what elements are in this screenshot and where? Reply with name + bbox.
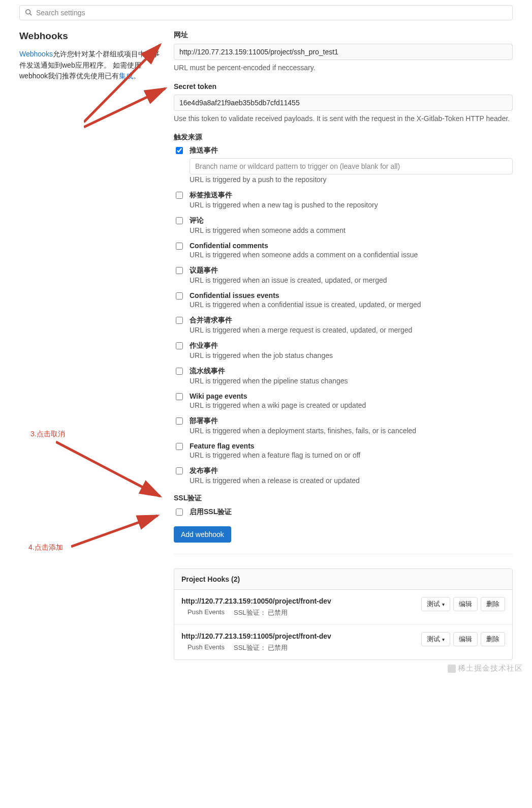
trigger-item: Confidential commentsURL is triggered wh… xyxy=(174,242,513,259)
svg-line-1 xyxy=(30,13,32,15)
trigger-checkbox[interactable] xyxy=(176,267,183,274)
hook-delete-button[interactable]: 删除 xyxy=(481,597,505,611)
trigger-title: 部署事件 xyxy=(190,416,513,426)
trigger-item: 评论URL is triggered when someone adds a c… xyxy=(174,216,513,234)
ssl-label: SSL验证 xyxy=(174,494,513,503)
trigger-checkbox[interactable] xyxy=(176,192,183,199)
token-help: Use this token to validate received payl… xyxy=(174,114,513,124)
ssl-checkbox[interactable] xyxy=(176,508,183,516)
ssl-checkbox-label: 启用SSL验证 xyxy=(190,507,232,517)
url-help: URL must be percent-encoded if neccessar… xyxy=(174,63,513,73)
trigger-help: URL is triggered when a confidential iss… xyxy=(190,301,513,309)
trigger-checkbox[interactable] xyxy=(176,417,183,425)
hook-url: http://120.77.213.159:11005/project/fron… xyxy=(181,632,331,640)
trigger-title: 标签推送事件 xyxy=(190,191,513,200)
hook-meta: Push EventsSSL验证： 已禁用 xyxy=(181,608,331,617)
trigger-title: Confidential issues events xyxy=(190,291,513,300)
trigger-item: 部署事件URL is triggered when a deployment s… xyxy=(174,416,513,435)
hook-row: http://120.77.213.159:11005/project/fron… xyxy=(174,625,512,660)
trigger-help: URL is triggered when a release is creat… xyxy=(190,476,513,485)
trigger-help: URL is triggered when someone adds a com… xyxy=(190,251,513,259)
hook-events: Push Events xyxy=(187,608,225,617)
trigger-checkbox[interactable] xyxy=(176,467,183,474)
trigger-title: 评论 xyxy=(190,216,513,225)
trigger-help: URL is triggered when a deployment start… xyxy=(190,427,513,435)
trigger-help: URL is triggered when a merge request is… xyxy=(190,326,513,334)
hook-test-button[interactable]: 测试 ▾ xyxy=(421,597,450,611)
trigger-item: 发布事件URL is triggered when a release is c… xyxy=(174,466,513,485)
trigger-title: Feature flag events xyxy=(190,442,513,450)
trigger-help: URL is triggered when a feature flag is … xyxy=(190,451,513,459)
trigger-label: 触发来源 xyxy=(174,133,513,142)
chevron-down-icon: ▾ xyxy=(442,602,445,607)
trigger-item: Feature flag eventsURL is triggered when… xyxy=(174,442,513,459)
project-hooks-header: Project Hooks (2) xyxy=(174,569,512,590)
url-input[interactable] xyxy=(174,44,513,60)
trigger-checkbox[interactable] xyxy=(176,217,183,224)
hook-test-button[interactable]: 测试 ▾ xyxy=(421,632,450,646)
trigger-help: URL is triggered when a new tag is pushe… xyxy=(190,201,513,209)
trigger-help: URL is triggered when the pipeline statu… xyxy=(190,377,513,385)
branch-pattern-input[interactable] xyxy=(190,158,513,174)
trigger-item: 推送事件URL is triggered by a push to the re… xyxy=(174,146,513,184)
page-description: Webhooks允许您针对某个群组或项目中的事件发送通知到web应用程序。 如需… xyxy=(19,49,162,82)
trigger-title: Confidential comments xyxy=(190,242,513,250)
trigger-item: 标签推送事件URL is triggered when a new tag is… xyxy=(174,191,513,209)
hook-url: http://120.77.213.159:10050/project/fron… xyxy=(181,597,331,605)
trigger-help: URL is triggered when the job status cha… xyxy=(190,351,513,360)
trigger-checkbox[interactable] xyxy=(176,342,183,349)
hook-events: Push Events xyxy=(187,643,225,652)
project-hooks-panel: Project Hooks (2) http://120.77.213.159:… xyxy=(174,568,513,660)
watermark: 稀土掘金技术社区 xyxy=(448,664,523,673)
chevron-down-icon: ▾ xyxy=(442,637,445,642)
trigger-help: URL is triggered by a push to the reposi… xyxy=(190,175,513,184)
trigger-help: URL is triggered when an issue is create… xyxy=(190,276,513,284)
hook-meta: Push EventsSSL验证： 已禁用 xyxy=(181,643,331,652)
trigger-item: 作业事件URL is triggered when the job status… xyxy=(174,341,513,360)
hook-row: http://120.77.213.159:10050/project/fron… xyxy=(174,590,512,625)
trigger-item: 议题事件URL is triggered when an issue is cr… xyxy=(174,266,513,284)
hook-delete-button[interactable]: 删除 xyxy=(481,632,505,646)
trigger-help: URL is triggered when someone adds a com… xyxy=(190,226,513,234)
search-icon xyxy=(25,9,32,17)
watermark-logo-icon xyxy=(448,665,456,673)
trigger-title: 合并请求事件 xyxy=(190,316,513,325)
trigger-checkbox[interactable] xyxy=(176,443,183,450)
webhooks-link[interactable]: Webhooks xyxy=(19,50,53,58)
token-input[interactable] xyxy=(174,95,513,111)
trigger-checkbox[interactable] xyxy=(176,368,183,375)
trigger-help: URL is triggered when a wiki page is cre… xyxy=(190,401,513,409)
trigger-item: 流水线事件URL is triggered when the pipeline … xyxy=(174,367,513,385)
trigger-title: 发布事件 xyxy=(190,466,513,475)
trigger-title: 流水线事件 xyxy=(190,367,513,376)
search-settings[interactable] xyxy=(19,5,513,20)
trigger-title: 议题事件 xyxy=(190,266,513,275)
hook-edit-button[interactable]: 编辑 xyxy=(453,597,478,611)
integrations-link[interactable]: 集成 xyxy=(119,72,133,80)
divider xyxy=(174,554,513,554)
url-label: 网址 xyxy=(174,31,513,40)
trigger-title: 作业事件 xyxy=(190,341,513,350)
add-webhook-button[interactable]: Add webhook xyxy=(174,526,231,543)
hook-ssl-status: SSL验证： 已禁用 xyxy=(234,608,288,617)
trigger-checkbox[interactable] xyxy=(176,292,183,300)
svg-point-0 xyxy=(26,9,30,14)
trigger-title: Wiki page events xyxy=(190,392,513,400)
trigger-title: 推送事件 xyxy=(190,146,513,155)
trigger-item: Confidential issues eventsURL is trigger… xyxy=(174,291,513,309)
token-label: Secret token xyxy=(174,82,513,91)
page-title: Webhooks xyxy=(19,31,162,42)
trigger-checkbox[interactable] xyxy=(176,243,183,250)
search-input[interactable] xyxy=(35,8,507,17)
trigger-checkbox[interactable] xyxy=(176,393,183,400)
trigger-checkbox[interactable] xyxy=(176,317,183,324)
hook-ssl-status: SSL验证： 已禁用 xyxy=(234,643,288,652)
trigger-item: Wiki page eventsURL is triggered when a … xyxy=(174,392,513,409)
hook-edit-button[interactable]: 编辑 xyxy=(453,632,478,646)
trigger-checkbox[interactable] xyxy=(176,147,183,154)
trigger-item: 合并请求事件URL is triggered when a merge requ… xyxy=(174,316,513,334)
